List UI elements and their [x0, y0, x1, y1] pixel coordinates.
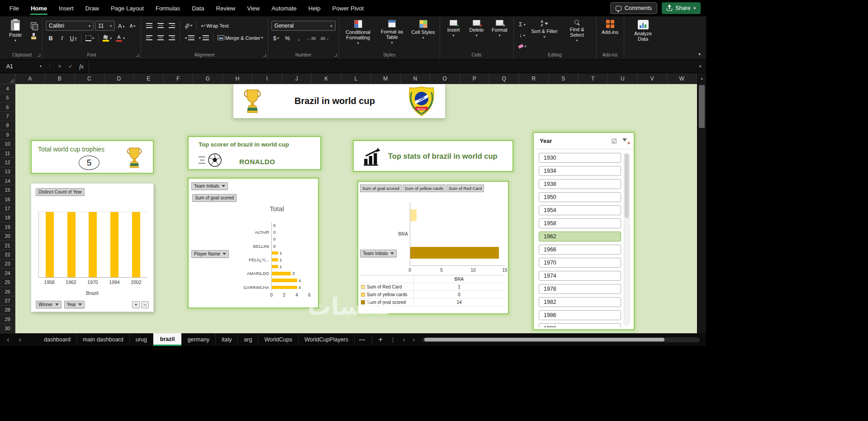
collapse-ribbon-button[interactable]: ▾: [698, 52, 701, 57]
insert-cells-button[interactable]: + Insert ▾: [443, 19, 464, 52]
chart3-header-button[interactable]: Sum of Red Card: [446, 184, 484, 192]
format-as-table-button[interactable]: Format as Table ▾: [376, 19, 408, 52]
clipboard-dialog-launcher[interactable]: [37, 53, 41, 57]
cancel-button[interactable]: ×: [54, 63, 65, 70]
orientation-button[interactable]: ab▾: [183, 21, 194, 30]
row-header-4[interactable]: 4: [0, 84, 15, 93]
slicer-item-1930[interactable]: 1930: [539, 153, 621, 163]
grid-canvas[interactable]: Brazil in world cup CBF BRASIL: [15, 84, 697, 333]
row-header-25[interactable]: 25: [0, 278, 15, 287]
slicer-item-1982[interactable]: 1982: [539, 297, 621, 307]
menu-item-data[interactable]: Data: [186, 0, 210, 16]
column-header-T[interactable]: T: [579, 73, 608, 84]
row-header-18[interactable]: 18: [0, 213, 15, 222]
number-format-select[interactable]: General ▾: [271, 21, 336, 31]
alignment-dialog-launcher[interactable]: [263, 53, 267, 57]
chart3-header-button[interactable]: Sum of yellow cards: [403, 184, 446, 192]
menu-item-view[interactable]: View: [241, 0, 266, 16]
multi-select-icon[interactable]: ☑: [611, 137, 617, 145]
horizontal-scrollbar[interactable]: [422, 337, 700, 342]
row-header-5[interactable]: 5: [0, 93, 15, 102]
align-middle-button[interactable]: [156, 21, 166, 30]
scroll-up-icon[interactable]: ▲: [697, 73, 706, 83]
column-header-Q[interactable]: Q: [489, 73, 519, 84]
sort-filter-button[interactable]: AZ Sort & Filter ▾: [530, 19, 559, 52]
chart2-value-field-button[interactable]: Sum of goal scored: [192, 194, 237, 202]
expand-formula-bar-icon[interactable]: ▾: [694, 64, 706, 69]
cell-styles-button[interactable]: Cell Styles ▾: [410, 19, 436, 52]
decrease-font-size-button[interactable]: A▾: [128, 21, 138, 31]
conditional-formatting-button[interactable]: Conditional Formatting ▾: [342, 19, 374, 52]
column-header-K[interactable]: K: [312, 73, 342, 84]
menu-item-home[interactable]: Home: [25, 0, 53, 16]
column-header-U[interactable]: U: [608, 73, 638, 84]
column-header-A[interactable]: A: [15, 73, 45, 84]
row-header-15[interactable]: 15: [0, 185, 15, 194]
slicer-item-1986[interactable]: 1986: [539, 310, 621, 320]
fill-color-button[interactable]: ▾: [101, 33, 113, 43]
sheet-tab-arg[interactable]: arg: [238, 333, 258, 346]
column-header-B[interactable]: B: [45, 73, 75, 84]
slicer-item-1970[interactable]: 1970: [539, 258, 621, 268]
column-header-P[interactable]: P: [460, 73, 490, 84]
increase-decimal-button[interactable]: ←.00: [305, 33, 317, 43]
menu-item-page-layout[interactable]: Page Layout: [105, 0, 150, 16]
paste-button[interactable]: Paste ▾: [5, 19, 26, 52]
font-name-select[interactable]: Calibri ▾: [46, 21, 94, 31]
row-header-10[interactable]: 10: [0, 139, 15, 148]
slicer-item-1954[interactable]: 1954: [539, 205, 621, 215]
format-painter-button[interactable]: [28, 32, 39, 40]
row-header-17[interactable]: 17: [0, 204, 15, 213]
row-header-19[interactable]: 19: [0, 222, 15, 232]
chart3-header-button[interactable]: Sum of goal scored: [360, 184, 402, 192]
row-header-27[interactable]: 27: [0, 296, 15, 305]
menu-item-formulas[interactable]: Formulas: [150, 0, 186, 16]
column-header-L[interactable]: L: [342, 73, 371, 84]
addins-button[interactable]: Add-ins: [600, 19, 621, 52]
sheet-nav-right-icon[interactable]: ›: [14, 336, 25, 344]
clear-button[interactable]: ▾: [517, 42, 528, 50]
row-header-30[interactable]: 30: [0, 324, 15, 333]
share-button[interactable]: Share ▾: [662, 2, 701, 14]
increase-indent-button[interactable]: ►: [197, 33, 210, 43]
clear-filter-icon[interactable]: ×: [622, 138, 629, 144]
chart1-value-field-button[interactable]: Distinct Count of Year: [36, 188, 85, 196]
row-header-22[interactable]: 22: [0, 250, 15, 259]
sheet-tab-WorldCups[interactable]: WorldCups: [258, 333, 299, 346]
copy-button[interactable]: [28, 21, 39, 29]
column-header-M[interactable]: M: [371, 73, 401, 84]
enter-button[interactable]: ✓: [65, 63, 76, 70]
row-header-11[interactable]: 11: [0, 149, 15, 158]
chart1-filter-winner[interactable]: Winner: [36, 301, 62, 308]
accounting-format-button[interactable]: $▾: [271, 33, 281, 43]
fill-button[interactable]: ↓▾: [517, 31, 528, 39]
vertical-scroll-thumb[interactable]: [699, 85, 705, 128]
analyze-data-button[interactable]: Analyze Data: [627, 19, 659, 59]
comments-button[interactable]: Comments: [610, 2, 657, 14]
align-right-button[interactable]: [167, 33, 177, 43]
decrease-indent-button[interactable]: ◄: [183, 33, 196, 43]
menu-item-insert[interactable]: Insert: [53, 0, 80, 16]
font-dialog-launcher[interactable]: [136, 53, 140, 57]
sheet-options-icon[interactable]: ⋮: [387, 336, 398, 343]
row-header-21[interactable]: 21: [0, 241, 15, 250]
select-all-corner[interactable]: [0, 73, 15, 84]
row-header-12[interactable]: 12: [0, 158, 15, 167]
row-header-16[interactable]: 16: [0, 195, 15, 204]
find-select-button[interactable]: Find & Select ▾: [561, 19, 593, 52]
slicer-item-1938[interactable]: 1938: [539, 179, 621, 189]
row-header-29[interactable]: 29: [0, 315, 15, 324]
sheet-tab-brazil[interactable]: brazil: [153, 333, 182, 346]
row-header-24[interactable]: 24: [0, 269, 15, 278]
vertical-scrollbar[interactable]: ▲: [697, 73, 706, 333]
borders-button[interactable]: ▾: [84, 33, 95, 43]
delete-cells-button[interactable]: × Delete ▾: [466, 19, 487, 52]
row-header-6[interactable]: 6: [0, 103, 15, 112]
column-header-J[interactable]: J: [282, 73, 312, 84]
slicer-item-1974[interactable]: 1974: [539, 271, 621, 281]
number-dialog-launcher[interactable]: [334, 53, 338, 57]
align-bottom-button[interactable]: [167, 21, 177, 30]
sheet-tab-germany[interactable]: germany: [181, 333, 216, 346]
comma-style-button[interactable]: ,: [294, 33, 304, 43]
column-header-W[interactable]: W: [667, 73, 697, 84]
